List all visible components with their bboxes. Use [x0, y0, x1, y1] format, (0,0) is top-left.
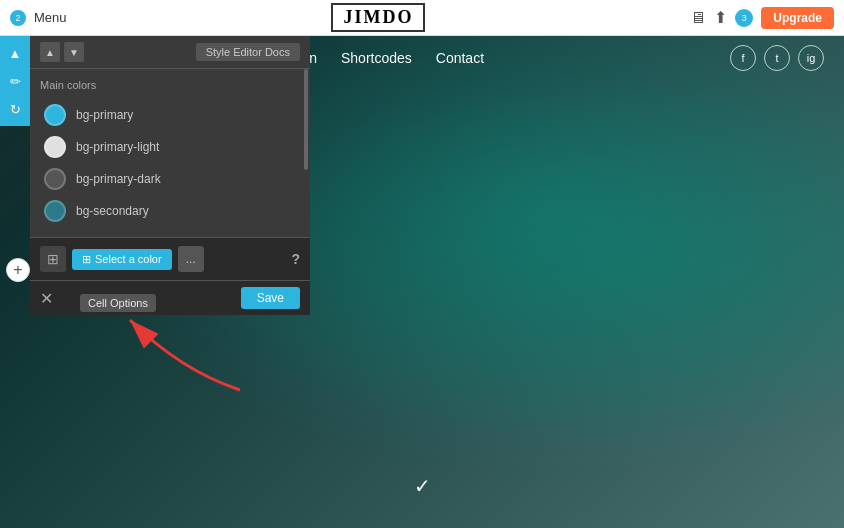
save-button[interactable]: Save [241, 287, 300, 309]
nav-social: f t ig [730, 45, 824, 71]
select-color-button[interactable]: ⊞ Select a color [72, 249, 172, 270]
save-bar: ✕ Save [30, 280, 310, 315]
color-item-bg-primary-dark[interactable]: bg-primary-dark [40, 163, 300, 195]
notification-badge[interactable]: 3 [735, 9, 753, 27]
social-facebook[interactable]: f [730, 45, 756, 71]
top-bar-center: JIMDO [331, 3, 425, 32]
panel-nav: ▲ ▼ [40, 42, 84, 62]
jimdo-logo: JIMDO [331, 3, 425, 32]
color-swatch-primary [44, 104, 66, 126]
menu-button[interactable]: Menu [34, 10, 67, 25]
menu-label: Menu [34, 10, 67, 25]
grid-small-icon: ⊞ [82, 253, 91, 266]
panel-body: Main colors bg-primary bg-primary-light … [30, 69, 310, 237]
color-item-bg-secondary[interactable]: bg-secondary [40, 195, 300, 227]
cell-options-tooltip: Cell Options [80, 294, 156, 312]
edit-tool-up[interactable]: ▲ [2, 40, 28, 66]
edit-tool-pen[interactable]: ✏ [2, 68, 28, 94]
top-bar-left: 2 Menu [10, 10, 67, 26]
panel-header: ▲ ▼ Style Editor Docs [30, 36, 310, 69]
color-swatch-secondary [44, 200, 66, 222]
share-icon[interactable]: ⬆ [714, 8, 727, 27]
more-button[interactable]: ... [178, 246, 204, 272]
monitor-icon[interactable]: 🖥 [690, 9, 706, 27]
top-bar: 2 Menu JIMDO 🖥 ⬆ 3 Upgrade [0, 0, 844, 36]
social-twitter[interactable]: t [764, 45, 790, 71]
panel-bottom-bar: ⊞ ⊞ Select a color ... ? [30, 237, 310, 280]
grid-icon-btn[interactable]: ⊞ [40, 246, 66, 272]
select-color-label: Select a color [95, 253, 162, 265]
color-name-primary: bg-primary [76, 108, 133, 122]
nav-link-shortcodes[interactable]: Shortcodes [341, 50, 412, 66]
panel-nav-up[interactable]: ▲ [40, 42, 60, 62]
panel-scrollbar[interactable] [304, 69, 308, 170]
color-swatch-primary-light [44, 136, 66, 158]
style-panel: ▲ ▼ Style Editor Docs Main colors bg-pri… [30, 36, 310, 315]
menu-icon: 2 [10, 10, 26, 26]
color-name-primary-dark: bg-primary-dark [76, 172, 161, 186]
color-swatch-primary-dark [44, 168, 66, 190]
color-item-bg-primary-light[interactable]: bg-primary-light [40, 131, 300, 163]
upgrade-button[interactable]: Upgrade [761, 7, 834, 29]
help-button[interactable]: ? [291, 251, 300, 267]
panel-nav-down[interactable]: ▼ [64, 42, 84, 62]
top-bar-right: 🖥 ⬆ 3 Upgrade [690, 7, 834, 29]
color-name-primary-light: bg-primary-light [76, 140, 159, 154]
cancel-button[interactable]: ✕ [40, 289, 53, 308]
edit-tool-refresh[interactable]: ↻ [2, 96, 28, 122]
color-item-bg-primary[interactable]: bg-primary [40, 99, 300, 131]
color-name-secondary: bg-secondary [76, 204, 149, 218]
add-element-button[interactable]: + [6, 258, 30, 282]
section-label: Main colors [40, 79, 300, 91]
edit-toolbar: ▲ ✏ ↻ [0, 36, 30, 126]
panel-bottom-left: ⊞ ⊞ Select a color ... [40, 246, 204, 272]
social-instagram[interactable]: ig [798, 45, 824, 71]
docs-button[interactable]: Style Editor Docs [196, 43, 300, 61]
nav-link-contact[interactable]: Contact [436, 50, 484, 66]
bottom-checkmark: ✓ [414, 474, 431, 498]
